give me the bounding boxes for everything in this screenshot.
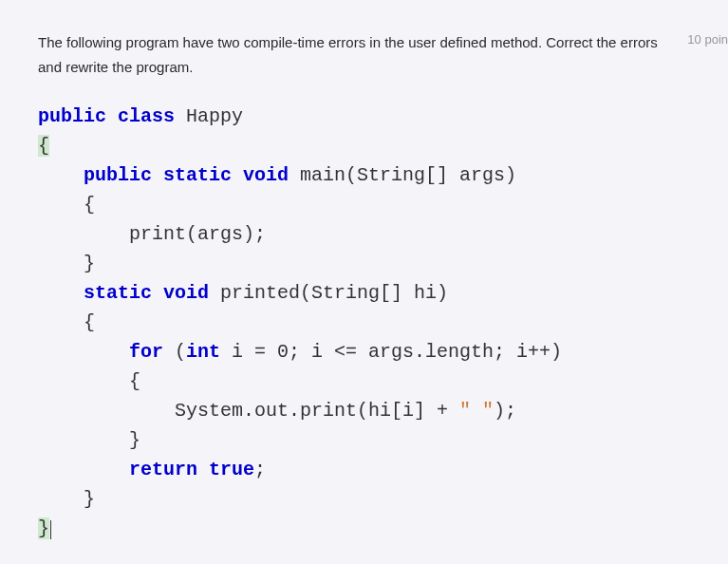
code-line: }: [38, 429, 140, 451]
keyword-return-true: return true: [129, 459, 254, 480]
keyword-for: for: [129, 341, 163, 363]
open-brace-highlight: {: [38, 135, 49, 157]
code-line: print(args);: [38, 223, 266, 245]
text-cursor: [49, 517, 51, 539]
question-text: The following program have two compile-t…: [38, 30, 672, 79]
keyword-public-static-void: public static void: [84, 164, 289, 186]
semicolon: ;: [254, 459, 266, 480]
keyword-int: int: [186, 341, 220, 363]
string-literal: " ": [459, 400, 494, 422]
code-block: public class Happy { public static void …: [38, 102, 728, 543]
code-line: {: [38, 311, 95, 333]
indent: [38, 459, 129, 480]
method-signature: printed(String[] hi): [209, 282, 448, 304]
for-paren: (: [163, 341, 186, 363]
keyword-public-class: public class: [38, 105, 175, 127]
code-line: }: [38, 488, 95, 510]
code-line: {: [38, 194, 95, 216]
code-line: {: [38, 370, 140, 392]
points-label: 10 poin: [687, 30, 728, 47]
for-condition: i = 0; i <= args.length; i++): [220, 341, 562, 363]
indent: [38, 164, 84, 186]
class-name: Happy: [175, 105, 243, 127]
code-line: }: [38, 253, 95, 274]
indent: [38, 282, 84, 304]
question-header: The following program have two compile-t…: [38, 30, 728, 79]
print-call: System.out.print(hi[i] +: [38, 400, 459, 422]
print-end: );: [494, 400, 516, 422]
indent: [38, 341, 129, 363]
main-signature: main(String[] args): [289, 164, 516, 186]
close-brace-highlight: }: [38, 517, 49, 539]
keyword-static-void: static void: [84, 282, 209, 304]
